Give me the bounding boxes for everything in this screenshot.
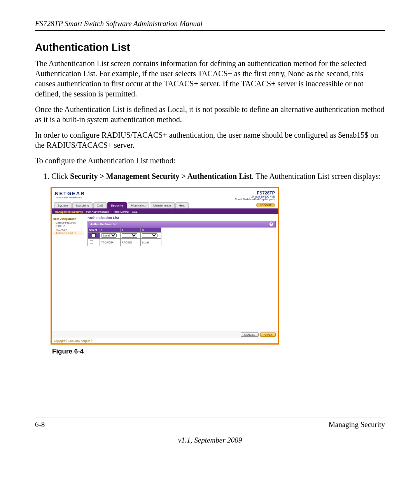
auth-table: Select 1 2 3 Local: [88, 228, 161, 246]
tab-system[interactable]: System: [54, 202, 72, 208]
tab-monitoring[interactable]: Monitoring: [128, 202, 149, 208]
running-header: FS728TP Smart Switch Software Administra…: [35, 19, 385, 28]
section-title: Authentication List: [35, 42, 385, 54]
help-icon[interactable]: ?: [270, 222, 273, 226]
panel-header: Authentication List ?: [88, 221, 276, 228]
footer-page-number: 6-8: [35, 420, 45, 429]
row2-c3: Local: [141, 239, 161, 246]
panel-header-label: Authentication List: [90, 222, 117, 226]
paragraph-1: The Authentication List screen contains …: [35, 58, 385, 99]
table-row: TACACS+ RADIUS Local: [88, 239, 161, 246]
page-footer: 6-8 Managing Security v1.1, September 20…: [35, 418, 385, 444]
main-tabs: System Switching QoS Security Monitoring…: [52, 202, 278, 209]
row2-checkbox[interactable]: [90, 240, 93, 244]
paragraph-3: In order to configure RADIUS/TACACS+ aut…: [35, 130, 385, 150]
footer-section: Managing Security: [329, 420, 385, 429]
tab-qos[interactable]: QoS: [93, 202, 107, 208]
copyright: Copyright © 1996-2007 Netgear ®: [52, 338, 278, 343]
row1-c2[interactable]: [120, 233, 141, 239]
tab-maintenance[interactable]: Maintenance: [150, 202, 175, 208]
step-1-suffix: . The Authentication List screen display…: [252, 172, 381, 180]
row1-c1-select[interactable]: Local: [101, 233, 117, 238]
screenshot: NETGEAR Connect with Innovation™ FS728TP…: [51, 187, 279, 345]
subtab-acl[interactable]: ACL: [132, 210, 138, 213]
table-row: Local: [88, 233, 161, 239]
sidebar-item-tacacs[interactable]: TACACS+: [53, 228, 84, 231]
apply-button[interactable]: APPLY: [260, 332, 276, 337]
subtab-traffic-control[interactable]: Traffic Control: [112, 210, 129, 213]
figure-caption: Figure 6-4: [52, 348, 385, 355]
col-select: Select: [88, 228, 100, 233]
row2-select[interactable]: [88, 239, 100, 246]
step-1-bold: Security > Management Security > Authent…: [70, 172, 252, 180]
panel-title: Authentication List: [88, 216, 276, 220]
subtab-port-authentication[interactable]: Port Authentication: [86, 210, 109, 213]
col-1: 1: [100, 228, 120, 233]
row1-c3[interactable]: [141, 233, 161, 239]
tab-security[interactable]: Security: [107, 202, 127, 208]
brand-tagline: Connect with Innovation™: [55, 196, 85, 199]
row1-c2-select[interactable]: [122, 233, 137, 238]
figure-wrap: NETGEAR Connect with Innovation™ FS728TP…: [51, 187, 385, 355]
logout-button[interactable]: LOGOUT: [256, 203, 275, 207]
content-area: Authentication List Authentication List …: [85, 214, 278, 331]
model-sub1: 24-port 10/100 PoE: [235, 195, 275, 198]
row1-select[interactable]: [88, 233, 100, 239]
rule-bottom: [35, 418, 385, 418]
col-2: 2: [120, 228, 141, 233]
sidebar-item-authentication-list[interactable]: Authentication List: [53, 231, 84, 235]
model-box: FS728TP 24-port 10/100 PoE Smart Switch …: [235, 191, 275, 201]
sidebar-item-change-password[interactable]: Change Password: [53, 221, 84, 224]
row1-c3-select[interactable]: [142, 233, 158, 238]
subtab-management-security[interactable]: Management Security: [55, 210, 83, 213]
tab-help[interactable]: Help: [175, 202, 189, 208]
sub-tabs: Management Security Port Authentication …: [52, 209, 278, 214]
row1-c1[interactable]: Local: [100, 233, 120, 239]
sidebar-item-radius[interactable]: RADIUS: [53, 224, 84, 228]
brand-logo: NETGEAR: [55, 191, 85, 196]
tab-switching[interactable]: Switching: [72, 202, 93, 208]
sidebar-group: User Configuration: [53, 217, 84, 220]
col-3: 3: [141, 228, 161, 233]
screenshot-footer: CANCEL APPLY: [52, 331, 278, 338]
cancel-button[interactable]: CANCEL: [241, 332, 259, 337]
paragraph-4: To configure the Authentication List met…: [35, 156, 385, 166]
paragraph-2: Once the Authentication List is defined …: [35, 104, 385, 124]
row2-c1: TACACS+: [100, 239, 120, 246]
brand: NETGEAR Connect with Innovation™: [55, 191, 85, 199]
row2-c2: RADIUS: [120, 239, 141, 246]
step-1: Click Security > Management Security > A…: [51, 171, 385, 182]
steps-list: Click Security > Management Security > A…: [35, 171, 385, 182]
model-sub2: Smart Switch with 4 Gigabit ports: [235, 198, 275, 201]
footer-version: v1.1, September 2009: [35, 436, 385, 444]
rule-top: [35, 30, 385, 31]
sidebar: User Configuration Change Password RADIU…: [52, 214, 85, 331]
screenshot-body: User Configuration Change Password RADIU…: [52, 214, 278, 331]
model-name: FS728TP: [235, 191, 275, 195]
screenshot-header: NETGEAR Connect with Innovation™ FS728TP…: [52, 188, 278, 202]
step-1-prefix: Click: [51, 172, 70, 180]
